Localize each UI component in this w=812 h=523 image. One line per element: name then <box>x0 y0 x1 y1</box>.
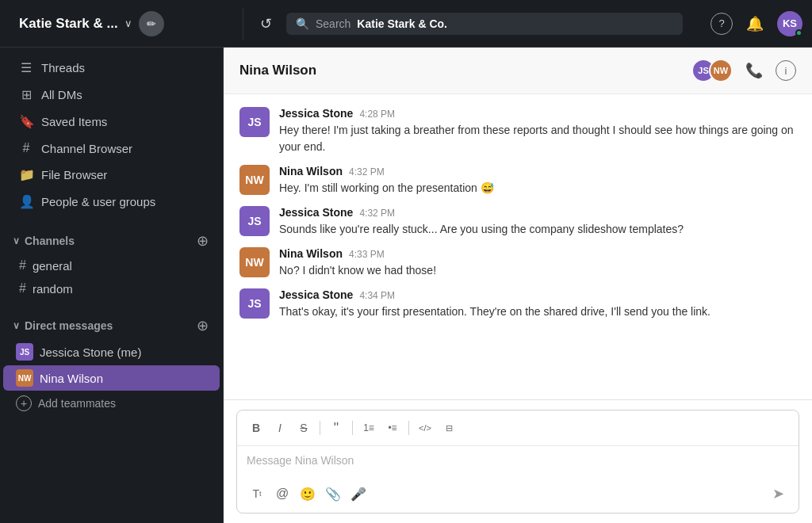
code-button[interactable]: </> <box>414 417 436 439</box>
saved-items-icon: 🔖 <box>19 114 33 129</box>
dm-item-nina-wilson[interactable]: NW Nina Wilson <box>3 365 220 391</box>
search-label: Search <box>316 17 350 30</box>
compose-input[interactable]: Message Nina Wilson <box>237 446 799 475</box>
dm-label: Direct messages <box>25 319 113 332</box>
channels-label: Channels <box>25 235 75 247</box>
sidebar-item-label-all-dms: All DMs <box>41 88 82 101</box>
header-divider <box>243 8 243 40</box>
channel-browser-icon: # <box>19 141 33 155</box>
chat-area: Nina Wilson JS NW 📞 i JS Jessica Stone 4… <box>224 48 812 523</box>
all-dms-icon: ⊞ <box>19 87 33 102</box>
add-dm-button[interactable]: ⊕ <box>194 318 210 334</box>
send-button[interactable]: ➤ <box>765 481 791 506</box>
compose-box: B I S " 1≡ •≡ </> ⊟ Message Nina Wilson … <box>236 410 799 513</box>
nina-avatar: NW <box>16 369 33 387</box>
header-actions: ? 🔔 KS <box>710 11 802 36</box>
compose-bottom-toolbar: Tt @ 🙂 📎 🎤 ➤ <box>237 475 799 513</box>
sidebar-item-file-browser[interactable]: 📁 File Browser <box>6 162 216 188</box>
avatar-nina-1: NW <box>239 165 270 195</box>
user-avatar[interactable]: KS <box>777 11 802 36</box>
message-time-1: 4:28 PM <box>359 109 395 120</box>
sender-name-5: Jessica Stone <box>279 288 353 301</box>
channel-item-random[interactable]: # random <box>0 277 223 300</box>
mention-button[interactable]: @ <box>270 482 294 506</box>
add-teammates-button[interactable]: + Add teammates <box>3 391 220 415</box>
dm-item-jessica-stone[interactable]: JS Jessica Stone (me) <box>3 339 220 365</box>
channel-item-general[interactable]: # general <box>0 254 223 277</box>
table-row: NW Nina Wilson 4:32 PM Hey. I'm still wo… <box>239 165 796 197</box>
participant-avatars: JS NW <box>691 59 733 82</box>
table-row: JS Jessica Stone 4:34 PM That's okay, it… <box>239 288 796 320</box>
search-icon: 🔍 <box>296 17 309 30</box>
channel-name-random: random <box>33 282 73 296</box>
message-header-1: Jessica Stone 4:28 PM <box>279 107 796 120</box>
add-circle-icon: + <box>16 395 32 411</box>
sender-name-2: Nina Wilson <box>279 165 343 178</box>
strikethrough-button[interactable]: S <box>293 417 315 439</box>
code-block-button[interactable]: ⊟ <box>438 417 460 439</box>
participant-avatar-nina: NW <box>709 59 733 82</box>
text-format-button[interactable]: Tt <box>245 482 269 506</box>
search-workspace-name: Katie Stark & Co. <box>357 17 447 30</box>
notifications-button[interactable]: 🔔 <box>742 11 768 36</box>
attach-file-button[interactable]: 📎 <box>321 482 345 506</box>
italic-button[interactable]: I <box>269 417 291 439</box>
table-row: NW Nina Wilson 4:33 PM No? I didn't know… <box>239 247 796 279</box>
channels-chevron-icon: ∨ <box>13 235 20 246</box>
sender-name-4: Nina Wilson <box>279 247 343 260</box>
dm-section-title: ∨ Direct messages <box>13 319 113 332</box>
message-text-1: Hey there! I'm just taking a breather fr… <box>279 122 796 155</box>
message-content-3: Jessica Stone 4:32 PM Sounds like you're… <box>279 206 796 238</box>
workspace-name: Katie Stark & ... <box>19 16 118 32</box>
quote-button[interactable]: " <box>325 417 347 439</box>
dm-section-header[interactable]: ∨ Direct messages ⊕ <box>0 313 223 338</box>
bold-button[interactable]: B <box>245 417 267 439</box>
sidebar-item-people-user-groups[interactable]: 👤 People & user groups <box>6 189 216 215</box>
sender-name-3: Jessica Stone <box>279 206 353 219</box>
message-text-3: Sounds like you're really stuck... Are y… <box>279 221 796 238</box>
sidebar-nav: ☰ Threads ⊞ All DMs 🔖 Saved Items # Chan… <box>0 48 223 222</box>
channels-section: ∨ Channels ⊕ # general # random <box>0 222 223 307</box>
dm-section: ∨ Direct messages ⊕ JS Jessica Stone (me… <box>0 307 223 422</box>
help-button[interactable]: ? <box>710 13 733 35</box>
status-dot <box>795 29 802 36</box>
info-button[interactable]: i <box>776 60 796 81</box>
table-row: JS Jessica Stone 4:28 PM Hey there! I'm … <box>239 107 796 155</box>
file-browser-icon: 📁 <box>19 167 33 182</box>
edit-button[interactable]: ✏ <box>139 11 164 36</box>
record-audio-button[interactable]: 🎤 <box>347 482 370 506</box>
workspace-title-area: Katie Stark & ... ∨ ✏ <box>10 11 233 36</box>
message-text-5: That's okay, it's your first presentatio… <box>279 303 796 320</box>
toolbar-divider-1 <box>320 421 320 435</box>
message-content-2: Nina Wilson 4:32 PM Hey. I'm still worki… <box>279 165 796 197</box>
workspace-chevron-icon[interactable]: ∨ <box>124 17 132 29</box>
chat-title: Nina Wilson <box>239 63 316 78</box>
threads-icon: ☰ <box>19 60 33 75</box>
search-bar[interactable]: 🔍 Search Katie Stark & Co. <box>286 13 683 35</box>
dm-name-jessica: Jessica Stone (me) <box>40 345 141 359</box>
sidebar-item-label-channel-browser: Channel Browser <box>41 142 132 155</box>
chat-header-actions: JS NW 📞 i <box>691 59 796 82</box>
add-channel-button[interactable]: ⊕ <box>194 233 210 249</box>
message-content-1: Jessica Stone 4:28 PM Hey there! I'm jus… <box>279 107 796 155</box>
message-time-5: 4:34 PM <box>359 290 395 301</box>
emoji-button[interactable]: 🙂 <box>296 482 320 506</box>
ordered-list-button[interactable]: 1≡ <box>358 417 380 439</box>
sidebar-item-saved-items[interactable]: 🔖 Saved Items <box>6 109 216 135</box>
history-button[interactable]: ↺ <box>253 11 278 36</box>
message-text-2: Hey. I'm still working on the presentati… <box>279 180 796 197</box>
main-layout: ☰ Threads ⊞ All DMs 🔖 Saved Items # Chan… <box>0 48 812 523</box>
people-icon: 👤 <box>19 194 33 209</box>
unordered-list-button[interactable]: •≡ <box>381 417 404 439</box>
channels-section-header[interactable]: ∨ Channels ⊕ <box>0 228 223 254</box>
sidebar-item-threads[interactable]: ☰ Threads <box>6 55 216 81</box>
dm-chevron-icon: ∨ <box>13 320 20 331</box>
compose-area: B I S " 1≡ •≡ </> ⊟ Message Nina Wilson … <box>224 399 812 523</box>
message-text-4: No? I didn't know we had those! <box>279 262 796 279</box>
sidebar-item-channel-browser[interactable]: # Channel Browser <box>6 136 216 161</box>
sidebar-item-all-dms[interactable]: ⊞ All DMs <box>6 82 216 108</box>
phone-call-button[interactable]: 📞 <box>742 59 766 82</box>
chat-header: Nina Wilson JS NW 📞 i <box>224 48 812 94</box>
message-header-4: Nina Wilson 4:33 PM <box>279 247 796 260</box>
message-time-3: 4:32 PM <box>359 208 395 219</box>
